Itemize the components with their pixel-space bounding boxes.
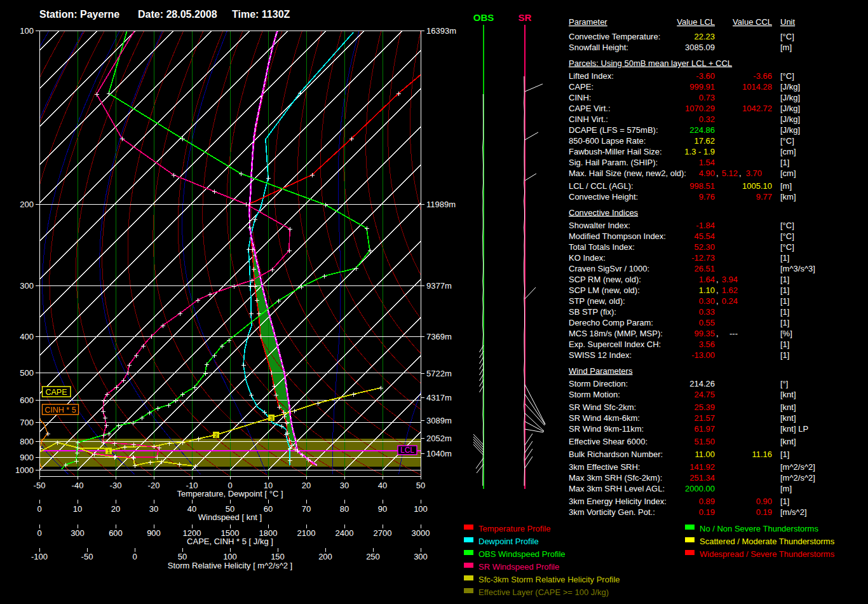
svg-text:-1.84: -1.84 bbox=[696, 221, 715, 230]
svg-text:40: 40 bbox=[187, 504, 196, 514]
svg-text:Widespread / Severe Thundersto: Widespread / Severe Thunderstorms bbox=[700, 549, 835, 559]
svg-text:1014.28: 1014.28 bbox=[742, 82, 772, 92]
svg-text:Snowfall Height:: Snowfall Height: bbox=[569, 43, 628, 52]
svg-text:1070.29: 1070.29 bbox=[685, 104, 715, 113]
svg-text:5722m: 5722m bbox=[426, 369, 452, 378]
svg-text:[knt]: [knt] bbox=[780, 402, 796, 412]
svg-text:300: 300 bbox=[71, 528, 85, 538]
svg-text:0.90: 0.90 bbox=[756, 497, 772, 506]
svg-text:[knt]: [knt] bbox=[780, 437, 796, 446]
svg-text:Effective Shear 6000:: Effective Shear 6000: bbox=[569, 437, 648, 446]
svg-text:Craven SigSvr / 1000:: Craven SigSvr / 1000: bbox=[569, 264, 649, 273]
svg-text:100: 100 bbox=[414, 504, 428, 514]
svg-text:SR Wind Sfc-2km:: SR Wind Sfc-2km: bbox=[569, 402, 636, 412]
svg-text:1000: 1000 bbox=[15, 465, 34, 475]
svg-text:250: 250 bbox=[366, 552, 380, 561]
svg-text:251.34: 251.34 bbox=[689, 473, 715, 483]
svg-text:3km Vorticity Gen. Pot.:: 3km Vorticity Gen. Pot.: bbox=[569, 507, 655, 517]
svg-text:SCP LM (new, old):: SCP LM (new, old): bbox=[569, 285, 640, 295]
svg-text:CAPE Virt.:: CAPE Virt.: bbox=[569, 104, 611, 113]
svg-text:0: 0 bbox=[132, 552, 137, 561]
svg-text:[m]: [m] bbox=[780, 43, 792, 52]
svg-text:Exp. Supercell Index CH:: Exp. Supercell Index CH: bbox=[569, 340, 661, 349]
svg-text:600: 600 bbox=[20, 395, 34, 405]
svg-text:20: 20 bbox=[111, 504, 120, 514]
svg-text:OBS Windspeed Profile: OBS Windspeed Profile bbox=[478, 549, 566, 559]
svg-text:7369m: 7369m bbox=[426, 332, 452, 341]
svg-text:0: 0 bbox=[37, 504, 41, 514]
svg-text:Wind Parameters: Wind Parameters bbox=[569, 366, 633, 376]
svg-text:52.30: 52.30 bbox=[694, 242, 715, 252]
svg-text:1.3 - 1.9: 1.3 - 1.9 bbox=[684, 147, 715, 156]
svg-text:-50: -50 bbox=[34, 481, 46, 490]
svg-text:0.19: 0.19 bbox=[756, 507, 772, 517]
svg-text:[°C]: [°C] bbox=[780, 32, 794, 41]
svg-text:,: , bbox=[739, 168, 742, 178]
svg-text:[cm]: [cm] bbox=[780, 147, 796, 156]
svg-text:Storm Direction:: Storm Direction: bbox=[569, 379, 628, 388]
svg-text:[1]: [1] bbox=[780, 350, 789, 360]
svg-text:17.62: 17.62 bbox=[694, 136, 715, 146]
svg-text:Temperature Profile: Temperature Profile bbox=[478, 524, 550, 533]
svg-text:30: 30 bbox=[149, 504, 158, 514]
svg-text:0: 0 bbox=[37, 528, 41, 538]
svg-text:Convective Indices: Convective Indices bbox=[569, 208, 639, 217]
svg-text:Max 3km SRH Level AGL:: Max 3km SRH Level AGL: bbox=[569, 484, 665, 493]
svg-text:2052m: 2052m bbox=[426, 434, 452, 443]
svg-text:[°]: [°] bbox=[780, 379, 788, 388]
svg-text:Storm Relative Helicity [ m^2: Storm Relative Helicity [ m^2/s^2 ] bbox=[168, 561, 292, 570]
svg-text:[knt]: [knt] bbox=[780, 413, 796, 423]
svg-text:3000: 3000 bbox=[412, 528, 430, 538]
svg-text:-30: -30 bbox=[110, 481, 122, 490]
svg-text:3: 3 bbox=[269, 415, 273, 422]
svg-text:2100: 2100 bbox=[297, 528, 316, 538]
svg-text:CAPE, CINH * 5 [ J/kg ]: CAPE, CINH * 5 [ J/kg ] bbox=[187, 537, 273, 546]
svg-text:[J/kg]: [J/kg] bbox=[780, 93, 800, 102]
svg-text:SB STP (fix):: SB STP (fix): bbox=[569, 307, 616, 317]
svg-text:0.32: 0.32 bbox=[699, 114, 715, 124]
svg-text:224.86: 224.86 bbox=[689, 125, 715, 135]
svg-text:11989m: 11989m bbox=[426, 200, 456, 209]
svg-text:[1]: [1] bbox=[780, 158, 789, 167]
svg-text:KO Index:: KO Index: bbox=[569, 253, 606, 263]
svg-text:1.54: 1.54 bbox=[699, 158, 715, 167]
svg-text:30: 30 bbox=[340, 481, 349, 490]
svg-text:1.64: 1.64 bbox=[699, 275, 715, 284]
svg-text:Scattered / Moderate Thunderst: Scattered / Moderate Thunderstorms bbox=[700, 537, 835, 546]
svg-text:Parcels: Using 50mB mean layer: Parcels: Using 50mB mean layer LCL + CCL bbox=[569, 58, 732, 68]
svg-text:Bulk Richardson Number:: Bulk Richardson Number: bbox=[569, 450, 663, 459]
svg-text:Date: 28.05.2008: Date: 28.05.2008 bbox=[138, 9, 217, 20]
svg-text:45.54: 45.54 bbox=[694, 231, 715, 241]
svg-text:-3.60: -3.60 bbox=[696, 71, 715, 81]
svg-text:20: 20 bbox=[302, 481, 311, 490]
svg-text:Convective Temperature:: Convective Temperature: bbox=[569, 32, 660, 41]
svg-text:-50: -50 bbox=[81, 552, 93, 561]
svg-text:Modified Thompson Index:: Modified Thompson Index: bbox=[569, 231, 666, 241]
svg-text:[1]: [1] bbox=[780, 296, 789, 306]
svg-text:SCP RM (new, old):: SCP RM (new, old): bbox=[569, 275, 641, 284]
svg-text:Value CCL: Value CCL bbox=[733, 17, 772, 27]
svg-text:[°C]: [°C] bbox=[780, 71, 794, 81]
svg-text:0.30: 0.30 bbox=[699, 296, 715, 306]
svg-text:,: , bbox=[716, 329, 719, 338]
svg-text:99.35: 99.35 bbox=[694, 329, 715, 338]
svg-text:[1]: [1] bbox=[780, 285, 789, 295]
svg-text:900: 900 bbox=[20, 453, 34, 462]
svg-text:Showalter Index:: Showalter Index: bbox=[569, 221, 630, 230]
svg-text:Effective Layer (CAPE >= 100 J: Effective Layer (CAPE >= 100 J/kg) bbox=[478, 587, 609, 597]
svg-text:[1]: [1] bbox=[780, 253, 789, 263]
svg-text:400: 400 bbox=[20, 332, 34, 341]
svg-text:MCS 18m/s (MMP, MSP):: MCS 18m/s (MMP, MSP): bbox=[569, 329, 663, 338]
svg-text:SWISS 12 Index:: SWISS 12 Index: bbox=[569, 350, 632, 360]
svg-text:51.50: 51.50 bbox=[694, 437, 715, 446]
svg-text:Total Totals Index:: Total Totals Index: bbox=[569, 242, 635, 252]
svg-text:SR Windspeed Profile: SR Windspeed Profile bbox=[478, 562, 559, 572]
svg-text:60: 60 bbox=[264, 504, 273, 514]
svg-text:-12.73: -12.73 bbox=[691, 253, 715, 263]
svg-text:No / Non Severe Thunderstorms: No / Non Severe Thunderstorms bbox=[700, 524, 818, 533]
svg-text:3km Effective SRH:: 3km Effective SRH: bbox=[569, 462, 640, 472]
svg-text:Max. Hail Size (new, new2, old: Max. Hail Size (new, new2, old): bbox=[569, 168, 686, 178]
svg-text:3.70: 3.70 bbox=[746, 168, 762, 178]
svg-text:141.92: 141.92 bbox=[689, 462, 715, 472]
svg-text:Fawbush-Miller Hail Size:: Fawbush-Miller Hail Size: bbox=[569, 147, 662, 156]
